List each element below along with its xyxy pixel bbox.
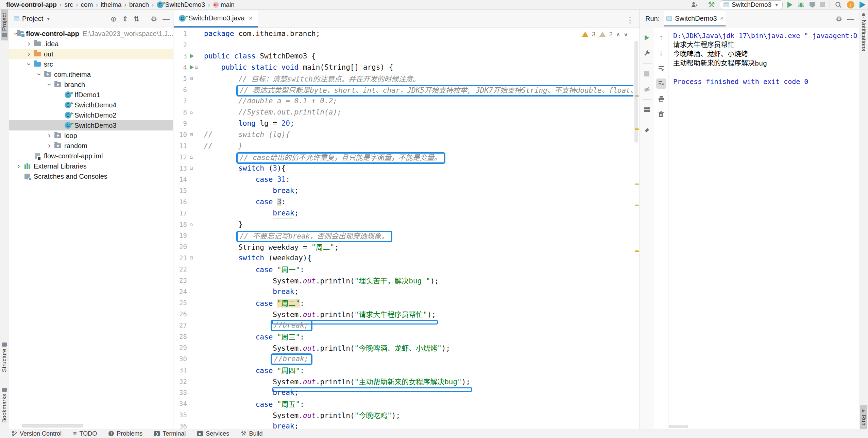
warning-stripe-mark[interactable] bbox=[635, 205, 639, 206]
code-line-32[interactable]: 32 System.out.println("主动帮助新来的女程序解决bug")… bbox=[173, 375, 633, 387]
chevron-collapsed-icon[interactable]: › bbox=[25, 39, 33, 48]
code-line-1[interactable]: 1package com.itheima.branch; bbox=[173, 28, 633, 39]
code-line-17[interactable]: 17 break; bbox=[173, 207, 633, 218]
code-text[interactable]: System.out.println("今晚吃鸡"); bbox=[204, 410, 633, 420]
tree-item-com-itheima[interactable]: ›com.itheima bbox=[9, 69, 173, 80]
line-number[interactable]: 11 bbox=[173, 142, 190, 150]
code-line-26[interactable]: 26 System.out.println("请求大牛程序员帮忙"); bbox=[173, 308, 633, 319]
warning-stripe-mark[interactable] bbox=[635, 183, 639, 185]
code-line-14[interactable]: 14 case 31: bbox=[173, 174, 633, 185]
gutter-markers[interactable]: ⊟ bbox=[190, 75, 204, 82]
tool-window-tab-project[interactable]: Project bbox=[1, 10, 8, 40]
hide-panel-icon[interactable]: — bbox=[163, 15, 170, 22]
ide-promo-icon[interactable] bbox=[859, 1, 866, 8]
wrench-button[interactable] bbox=[642, 48, 652, 58]
project-view-select[interactable]: Project ▼ bbox=[14, 15, 108, 23]
line-number[interactable]: 9 bbox=[173, 120, 190, 127]
gutter-markers[interactable]: ⌂ bbox=[190, 109, 204, 115]
line-number[interactable]: 2 bbox=[173, 41, 190, 49]
code-text[interactable]: // 表达式类型只能是byte、short、int、char，JDK5开始支持枚… bbox=[204, 85, 633, 95]
line-number[interactable]: 6 bbox=[173, 86, 190, 93]
search-everywhere-icon[interactable] bbox=[835, 1, 842, 8]
run-with-coverage-button[interactable] bbox=[810, 2, 815, 8]
tool-window-tab-notifications[interactable]: Notifications bbox=[860, 10, 867, 55]
line-number[interactable]: 33 bbox=[173, 389, 190, 396]
status-bar-item-terminal[interactable]: ❯Terminal bbox=[154, 430, 186, 437]
breadcrumb-item[interactable]: flow-control-app bbox=[5, 1, 58, 8]
code-text[interactable]: } bbox=[204, 220, 633, 228]
code-line-12[interactable]: 12⌂ // case给出的值不允许重复，且只能是字面量，不能是变量。 bbox=[173, 151, 633, 162]
line-number[interactable]: 28 bbox=[173, 333, 190, 340]
fold-start-icon[interactable]: ⊟ bbox=[195, 64, 198, 70]
warning-stripe-mark[interactable] bbox=[635, 250, 639, 252]
tree-item-flow-control-app-iml[interactable]: flow-control-app.iml bbox=[9, 151, 173, 161]
chevron-collapsed-icon[interactable]: › bbox=[25, 50, 33, 58]
code-text[interactable]: //double a = 0.1 + 0.2; bbox=[204, 97, 633, 105]
code-text[interactable]: break; bbox=[204, 187, 633, 195]
tree-item-swicthdemo4[interactable]: C▸SwicthDemo4 bbox=[9, 100, 173, 110]
line-number[interactable]: 31 bbox=[173, 366, 190, 374]
chevron-expanded-icon[interactable]: › bbox=[45, 81, 54, 89]
gutter-markers[interactable]: ⊟ bbox=[190, 131, 204, 138]
code-text[interactable]: break; bbox=[204, 209, 633, 217]
code-text[interactable]: System.out.println("主动帮助新来的女程序解决bug"); bbox=[204, 376, 633, 386]
code-text[interactable]: // case给出的值不允许重复，且只能是字面量，不能是变量。 bbox=[204, 152, 633, 162]
line-number[interactable]: 13 bbox=[173, 164, 190, 172]
code-line-7[interactable]: 7 //double a = 0.1 + 0.2; bbox=[173, 95, 633, 106]
line-number[interactable]: 4 bbox=[173, 64, 190, 71]
status-bar-item-build[interactable]: ⚒Build bbox=[241, 430, 262, 437]
tree-item-switchdemo2[interactable]: C▸SwitchDemo2 bbox=[9, 110, 173, 120]
fold-start-icon[interactable]: ⊟ bbox=[190, 131, 193, 138]
code-text[interactable]: case "周四": bbox=[204, 365, 633, 375]
tab-options-icon[interactable]: ⋮ bbox=[626, 15, 640, 28]
line-number[interactable]: 5 bbox=[173, 75, 190, 82]
line-number[interactable]: 1 bbox=[173, 30, 190, 37]
fold-start-icon[interactable]: ⊟ bbox=[190, 165, 193, 171]
line-number[interactable]: 17 bbox=[173, 209, 190, 217]
build-hammer-icon[interactable]: ⚒ bbox=[708, 0, 715, 9]
run-configuration-select[interactable]: SwitchDemo3 ▼ bbox=[720, 0, 783, 9]
editor-scrollbar[interactable] bbox=[633, 28, 640, 429]
gutter-markers[interactable]: ⊟ bbox=[190, 165, 204, 171]
code-text[interactable]: //break; bbox=[204, 321, 633, 329]
tree-item-flow-control-app[interactable]: ›flow-control-appE:\Java2023_workspace\1… bbox=[9, 29, 173, 39]
code-text[interactable]: long lg = 20; bbox=[204, 119, 633, 127]
code-line-9[interactable]: 9 long lg = 20; bbox=[173, 118, 633, 129]
code-text[interactable]: System.out.println("埋头苦干，解决bug "); bbox=[204, 275, 633, 285]
code-line-3[interactable]: 3public class SwitchDemo3 { bbox=[173, 50, 633, 62]
code-text[interactable]: // 目标：清楚switch的注意点。并在开发的时候注意。 bbox=[204, 73, 633, 84]
breadcrumb-item[interactable]: com bbox=[79, 1, 94, 8]
line-number[interactable]: 21 bbox=[173, 254, 190, 262]
tree-item-switchdemo3[interactable]: C▸SwitchDemo3 bbox=[9, 120, 173, 130]
up-button[interactable]: ↑ bbox=[656, 33, 666, 43]
status-bar-item-services[interactable]: ▶Services bbox=[197, 430, 229, 437]
code-line-36[interactable]: 36 break; bbox=[173, 420, 633, 429]
scrollend-button[interactable] bbox=[656, 78, 666, 89]
tree-item-scratches-and-consoles[interactable]: Scratches and Consoles bbox=[9, 171, 173, 181]
tree-item-ifdemo1[interactable]: C▸IfDemo1 bbox=[9, 90, 173, 100]
mutebug-button[interactable] bbox=[642, 84, 652, 94]
code-text[interactable]: case 31: bbox=[204, 175, 633, 183]
code-line-33[interactable]: 33 break; bbox=[173, 387, 633, 398]
rerun-button[interactable] bbox=[642, 33, 652, 43]
debug-button[interactable] bbox=[797, 1, 805, 8]
tree-item-loop[interactable]: ›loop bbox=[9, 130, 173, 141]
code-text[interactable]: break; bbox=[204, 422, 633, 429]
down-button[interactable]: ↓ bbox=[656, 48, 666, 58]
close-icon[interactable]: × bbox=[720, 15, 724, 22]
breadcrumb-item[interactable]: C▸SwitchDemo3 bbox=[155, 1, 206, 8]
stop-button[interactable] bbox=[642, 69, 652, 79]
code-line-16[interactable]: 16 case 3: bbox=[173, 196, 633, 207]
line-number[interactable]: 29 bbox=[173, 344, 190, 351]
code-text[interactable]: case 3: bbox=[204, 198, 633, 206]
code-text[interactable]: case "周五": bbox=[204, 399, 633, 409]
line-number[interactable]: 10 bbox=[173, 131, 190, 138]
code-line-22[interactable]: 22 case "周一": bbox=[173, 263, 633, 275]
line-number[interactable]: 35 bbox=[173, 411, 190, 419]
tool-window-tab-run[interactable]: ▶ Run bbox=[860, 405, 867, 429]
tree-item-random[interactable]: ›random bbox=[9, 141, 173, 151]
gutter-markers[interactable]: ⊟ bbox=[190, 64, 204, 70]
code-text[interactable]: System.out.println("请求大牛程序员帮忙"); bbox=[204, 309, 633, 319]
breadcrumb-item[interactable]: itheima bbox=[99, 1, 123, 8]
run-line-icon[interactable] bbox=[190, 54, 194, 58]
